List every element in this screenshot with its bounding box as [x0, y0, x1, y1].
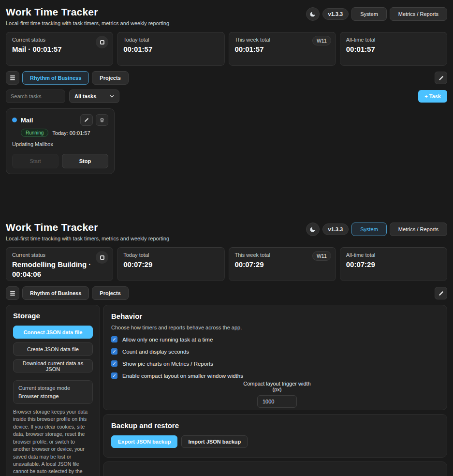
app-view-tasks: Work Time Tracker Local-first time track… — [0, 0, 453, 215]
tab-rhythm-of-business[interactable]: Rhythm of Business — [22, 71, 89, 85]
stop-icon — [100, 255, 104, 260]
behavior-title: Behavior — [111, 312, 439, 320]
stats-row: Current status Mail · 00:01:57 Today tot… — [6, 32, 447, 66]
create-json-file-button[interactable]: Create JSON data file — [13, 342, 93, 356]
stat-value: 00:01:57 — [235, 45, 330, 54]
theme-toggle-button[interactable] — [306, 7, 320, 21]
edit-task-button[interactable] — [80, 114, 93, 126]
task-description: Updating Mailbox — [12, 141, 108, 147]
app-view-system: Work Time Tracker Local-first time track… — [0, 215, 453, 476]
checkbox-label: Enable compact layout on smaller window … — [122, 373, 243, 379]
stop-task-button[interactable]: Stop — [62, 154, 108, 168]
week-number-badge: W11 — [312, 36, 331, 45]
edit-lists-button[interactable] — [435, 72, 447, 84]
stop-running-task-button[interactable] — [96, 36, 108, 48]
stat-label: All-time total — [346, 37, 441, 43]
header: Work Time Tracker Local-first time track… — [6, 0, 447, 26]
compact-width-input[interactable] — [257, 395, 297, 408]
stat-value: Remodelling Building · 00:04:06 — [12, 260, 107, 279]
checkbox-checked-icon: ✓ — [111, 348, 117, 355]
add-task-button[interactable]: + Task — [418, 90, 447, 103]
stat-card-today-total: Today total 00:07:29 — [117, 247, 224, 281]
list-menu-button[interactable] — [6, 286, 19, 300]
backup-panel: Backup and restore Export JSON backup Im… — [103, 414, 447, 458]
start-task-button[interactable]: Start — [12, 154, 58, 168]
stat-card-week-total: This week total 00:01:57 W11 — [229, 32, 336, 66]
version-badge: v1.3.3 — [322, 223, 349, 235]
moon-icon — [309, 226, 316, 233]
header-actions: v1.3.3 System Metrics / Reports — [306, 223, 447, 236]
header-titles: Work Time Tracker Local-first time track… — [6, 6, 169, 26]
stat-card-current-status: Current status Mail · 00:01:57 — [6, 32, 113, 66]
pencil-icon — [438, 291, 444, 296]
next-section-panel — [103, 461, 447, 476]
checkbox-label: Show pie charts on Metrics / Reports — [122, 361, 213, 367]
storage-mode-label: Current storage mode — [18, 385, 88, 391]
stat-label: All-time total — [346, 252, 441, 258]
export-json-backup-button[interactable]: Export JSON backup — [111, 435, 177, 448]
checkbox-pie-charts[interactable]: ✓ Show pie charts on Metrics / Reports — [111, 360, 439, 367]
behavior-description: Choose how timers and reports behave acr… — [111, 325, 439, 330]
stop-running-task-button[interactable] — [96, 251, 108, 264]
tab-projects[interactable]: Projects — [92, 71, 128, 85]
stat-label: Current status — [12, 252, 107, 258]
stat-label: Current status — [12, 37, 107, 43]
stat-label: Today total — [123, 252, 218, 258]
storage-mode-card: Current storage mode Browser storage — [13, 380, 93, 404]
storage-panel: Storage Connect JSON data file Create JS… — [6, 305, 100, 476]
storage-mode-value: Browser storage — [18, 393, 88, 399]
nav-system-button[interactable]: System — [351, 7, 387, 21]
hamburger-icon — [10, 75, 15, 80]
task-color-dot — [12, 118, 17, 122]
pencil-icon — [438, 75, 444, 81]
chevron-down-icon — [110, 95, 114, 98]
task-filter-value: All tasks — [74, 93, 96, 99]
task-filter-select[interactable]: All tasks — [69, 89, 119, 103]
stat-label: Today total — [123, 37, 218, 43]
version-badge: v1.3.3 — [322, 8, 349, 20]
checkbox-checked-icon: ✓ — [111, 360, 117, 367]
task-status-row: Running Today: 00:01:57 — [21, 129, 108, 137]
connect-json-file-button[interactable]: Connect JSON data file — [13, 326, 93, 339]
task-actions: Start Stop — [12, 154, 108, 168]
week-number-badge: W11 — [312, 251, 331, 261]
nav-system-button[interactable]: System — [351, 223, 387, 236]
trash-icon — [100, 118, 104, 123]
import-json-backup-button[interactable]: Import JSON backup — [181, 435, 248, 448]
stat-value: 00:07:29 — [346, 260, 441, 269]
stat-value: 00:01:57 — [123, 45, 218, 54]
checkbox-label: Allow only one running task at a time — [122, 337, 213, 342]
search-tasks-input[interactable] — [6, 89, 65, 103]
task-toolbar: All tasks + Task — [6, 89, 447, 103]
nav-metrics-reports-button[interactable]: Metrics / Reports — [390, 223, 447, 236]
pencil-icon — [84, 118, 89, 122]
stats-row: Current status Remodelling Building · 00… — [6, 247, 447, 281]
stat-card-current-status: Current status Remodelling Building · 00… — [6, 247, 113, 281]
checkbox-label: Count and display seconds — [122, 349, 189, 355]
stop-icon — [100, 40, 104, 45]
list-menu-button[interactable] — [6, 71, 19, 85]
page-title: Work Time Tracker — [6, 6, 169, 18]
checkbox-compact-layout[interactable]: ✓ Enable compact layout on smaller windo… — [111, 372, 439, 379]
download-json-button[interactable]: Download current data as JSON — [13, 359, 93, 372]
task-name: Mail — [21, 117, 77, 124]
hamburger-icon — [10, 291, 15, 296]
checkbox-display-seconds[interactable]: ✓ Count and display seconds — [111, 348, 439, 355]
settings-column: Behavior Choose how timers and reports b… — [103, 305, 447, 476]
nav-metrics-reports-button[interactable]: Metrics / Reports — [390, 7, 447, 21]
delete-task-button[interactable] — [96, 114, 108, 126]
backup-title: Backup and restore — [111, 421, 439, 430]
compact-width-label: Compact layout trigger width (px) — [243, 381, 311, 392]
backup-actions: Export JSON backup Import JSON backup — [111, 435, 439, 448]
theme-toggle-button[interactable] — [306, 223, 320, 236]
stat-value: 00:07:29 — [123, 260, 218, 269]
edit-lists-button[interactable] — [435, 287, 447, 299]
task-card-header: Mail — [12, 114, 108, 126]
tab-rhythm-of-business[interactable]: Rhythm of Business — [22, 286, 89, 300]
tab-projects[interactable]: Projects — [92, 286, 128, 300]
stat-card-today-total: Today total 00:01:57 — [117, 32, 224, 66]
checkbox-one-running-task[interactable]: ✓ Allow only one running task at a time — [111, 336, 439, 342]
stat-value: 00:01:57 — [346, 45, 441, 54]
checkbox-checked-icon: ✓ — [111, 372, 117, 379]
page-subtitle: Local-first time tracking with task time… — [6, 20, 169, 26]
